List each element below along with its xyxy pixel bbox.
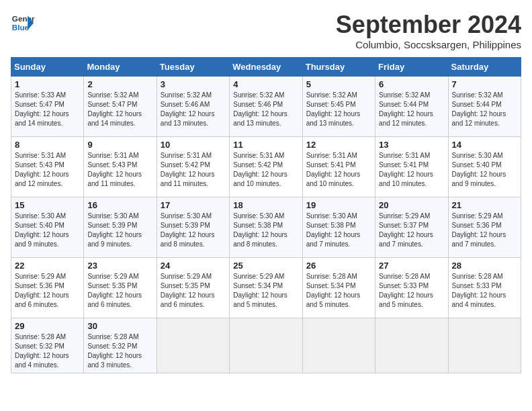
table-row: 1Sunrise: 5:33 AM Sunset: 5:47 PM Daylig… xyxy=(11,77,84,137)
day-number: 20 xyxy=(379,200,444,210)
day-number: 23 xyxy=(87,261,152,271)
header-monday: Monday xyxy=(84,58,157,77)
page-header: General Blue September 2024 Columbio, So… xyxy=(11,11,521,50)
day-info: Sunrise: 5:31 AM Sunset: 5:41 PM Dayligh… xyxy=(306,151,371,189)
table-row: 13Sunrise: 5:31 AM Sunset: 5:41 PM Dayli… xyxy=(375,137,448,197)
table-row: 24Sunrise: 5:29 AM Sunset: 5:35 PM Dayli… xyxy=(157,258,229,318)
day-info: Sunrise: 5:28 AM Sunset: 5:32 PM Dayligh… xyxy=(15,332,80,370)
day-info: Sunrise: 5:28 AM Sunset: 5:33 PM Dayligh… xyxy=(452,272,517,310)
day-number: 21 xyxy=(452,200,517,210)
day-number: 29 xyxy=(15,321,80,331)
day-info: Sunrise: 5:30 AM Sunset: 5:39 PM Dayligh… xyxy=(161,212,226,249)
table-row: 18Sunrise: 5:30 AM Sunset: 5:38 PM Dayli… xyxy=(230,197,302,258)
title-block: September 2024 Columbio, Soccsksargen, P… xyxy=(336,11,521,50)
day-info: Sunrise: 5:30 AM Sunset: 5:38 PM Dayligh… xyxy=(306,212,371,249)
day-info: Sunrise: 5:31 AM Sunset: 5:43 PM Dayligh… xyxy=(87,151,152,189)
day-number: 7 xyxy=(452,79,517,89)
day-number: 13 xyxy=(379,140,444,150)
day-number: 16 xyxy=(87,200,152,210)
table-row: 12Sunrise: 5:31 AM Sunset: 5:41 PM Dayli… xyxy=(302,137,375,197)
day-info: Sunrise: 5:28 AM Sunset: 5:33 PM Dayligh… xyxy=(379,272,444,310)
day-info: Sunrise: 5:31 AM Sunset: 5:42 PM Dayligh… xyxy=(233,151,298,189)
table-row: 14Sunrise: 5:30 AM Sunset: 5:40 PM Dayli… xyxy=(448,137,521,197)
day-number: 15 xyxy=(15,200,80,210)
header-wednesday: Wednesday xyxy=(230,58,302,77)
table-row: 22Sunrise: 5:29 AM Sunset: 5:36 PM Dayli… xyxy=(11,258,84,318)
calendar-title: September 2024 xyxy=(336,11,521,39)
table-row: 7Sunrise: 5:32 AM Sunset: 5:44 PM Daylig… xyxy=(448,77,521,137)
table-row: 6Sunrise: 5:32 AM Sunset: 5:44 PM Daylig… xyxy=(375,77,448,137)
table-row: 15Sunrise: 5:30 AM Sunset: 5:40 PM Dayli… xyxy=(11,197,84,258)
weekday-header-row: Sunday Monday Tuesday Wednesday Thursday… xyxy=(11,58,521,77)
logo: General Blue xyxy=(11,11,35,35)
table-row: 8Sunrise: 5:31 AM Sunset: 5:43 PM Daylig… xyxy=(11,137,84,197)
logo-icon: General Blue xyxy=(11,11,35,35)
table-row xyxy=(230,318,302,373)
svg-text:Blue: Blue xyxy=(12,23,30,32)
table-row: 10Sunrise: 5:31 AM Sunset: 5:42 PM Dayli… xyxy=(157,137,229,197)
header-friday: Friday xyxy=(375,58,448,77)
table-row: 19Sunrise: 5:30 AM Sunset: 5:38 PM Dayli… xyxy=(302,197,375,258)
day-number: 9 xyxy=(87,140,152,150)
header-tuesday: Tuesday xyxy=(157,58,229,77)
day-info: Sunrise: 5:30 AM Sunset: 5:40 PM Dayligh… xyxy=(15,212,80,249)
calendar-table: Sunday Monday Tuesday Wednesday Thursday… xyxy=(11,57,521,373)
table-row: 17Sunrise: 5:30 AM Sunset: 5:39 PM Dayli… xyxy=(157,197,229,258)
day-number: 14 xyxy=(452,140,517,150)
day-info: Sunrise: 5:30 AM Sunset: 5:38 PM Dayligh… xyxy=(233,212,298,249)
day-number: 30 xyxy=(87,321,152,331)
day-number: 3 xyxy=(161,79,226,89)
table-row: 16Sunrise: 5:30 AM Sunset: 5:39 PM Dayli… xyxy=(84,197,157,258)
table-row: 3Sunrise: 5:32 AM Sunset: 5:46 AM Daylig… xyxy=(157,77,229,137)
table-row: 4Sunrise: 5:32 AM Sunset: 5:46 PM Daylig… xyxy=(230,77,302,137)
table-row: 2Sunrise: 5:32 AM Sunset: 5:47 PM Daylig… xyxy=(84,77,157,137)
day-number: 28 xyxy=(452,261,517,271)
day-number: 11 xyxy=(233,140,298,150)
header-thursday: Thursday xyxy=(302,58,375,77)
day-number: 19 xyxy=(306,200,371,210)
day-number: 22 xyxy=(15,261,80,271)
day-info: Sunrise: 5:32 AM Sunset: 5:47 PM Dayligh… xyxy=(87,91,152,128)
day-number: 1 xyxy=(15,79,80,89)
table-row: 11Sunrise: 5:31 AM Sunset: 5:42 PM Dayli… xyxy=(230,137,302,197)
day-info: Sunrise: 5:30 AM Sunset: 5:40 PM Dayligh… xyxy=(452,151,517,189)
day-info: Sunrise: 5:32 AM Sunset: 5:45 PM Dayligh… xyxy=(306,91,371,128)
day-info: Sunrise: 5:30 AM Sunset: 5:39 PM Dayligh… xyxy=(87,212,152,249)
table-row: 9Sunrise: 5:31 AM Sunset: 5:43 PM Daylig… xyxy=(84,137,157,197)
day-number: 10 xyxy=(161,140,226,150)
day-info: Sunrise: 5:29 AM Sunset: 5:36 PM Dayligh… xyxy=(15,272,80,310)
day-info: Sunrise: 5:29 AM Sunset: 5:34 PM Dayligh… xyxy=(233,272,298,310)
day-info: Sunrise: 5:32 AM Sunset: 5:44 PM Dayligh… xyxy=(452,91,517,128)
day-info: Sunrise: 5:32 AM Sunset: 5:46 AM Dayligh… xyxy=(161,91,226,128)
day-info: Sunrise: 5:28 AM Sunset: 5:32 PM Dayligh… xyxy=(87,332,152,370)
table-row xyxy=(302,318,375,373)
table-row xyxy=(375,318,448,373)
day-number: 27 xyxy=(379,261,444,271)
day-info: Sunrise: 5:31 AM Sunset: 5:41 PM Dayligh… xyxy=(379,151,444,189)
table-row: 20Sunrise: 5:29 AM Sunset: 5:37 PM Dayli… xyxy=(375,197,448,258)
day-info: Sunrise: 5:29 AM Sunset: 5:36 PM Dayligh… xyxy=(452,212,517,249)
table-row: 25Sunrise: 5:29 AM Sunset: 5:34 PM Dayli… xyxy=(230,258,302,318)
table-row xyxy=(448,318,521,373)
day-info: Sunrise: 5:28 AM Sunset: 5:34 PM Dayligh… xyxy=(306,272,371,310)
day-number: 4 xyxy=(233,79,298,89)
table-row: 23Sunrise: 5:29 AM Sunset: 5:35 PM Dayli… xyxy=(84,258,157,318)
day-info: Sunrise: 5:29 AM Sunset: 5:37 PM Dayligh… xyxy=(379,212,444,249)
table-row: 27Sunrise: 5:28 AM Sunset: 5:33 PM Dayli… xyxy=(375,258,448,318)
day-number: 2 xyxy=(87,79,152,89)
day-number: 18 xyxy=(233,200,298,210)
day-info: Sunrise: 5:31 AM Sunset: 5:43 PM Dayligh… xyxy=(15,151,80,189)
day-number: 26 xyxy=(306,261,371,271)
day-number: 24 xyxy=(161,261,226,271)
day-number: 6 xyxy=(379,79,444,89)
day-info: Sunrise: 5:29 AM Sunset: 5:35 PM Dayligh… xyxy=(161,272,226,310)
table-row: 28Sunrise: 5:28 AM Sunset: 5:33 PM Dayli… xyxy=(448,258,521,318)
day-info: Sunrise: 5:29 AM Sunset: 5:35 PM Dayligh… xyxy=(87,272,152,310)
day-number: 12 xyxy=(306,140,371,150)
table-row: 5Sunrise: 5:32 AM Sunset: 5:45 PM Daylig… xyxy=(302,77,375,137)
day-number: 8 xyxy=(15,140,80,150)
day-info: Sunrise: 5:32 AM Sunset: 5:44 PM Dayligh… xyxy=(379,91,444,128)
day-number: 25 xyxy=(233,261,298,271)
table-row: 26Sunrise: 5:28 AM Sunset: 5:34 PM Dayli… xyxy=(302,258,375,318)
table-row: 21Sunrise: 5:29 AM Sunset: 5:36 PM Dayli… xyxy=(448,197,521,258)
